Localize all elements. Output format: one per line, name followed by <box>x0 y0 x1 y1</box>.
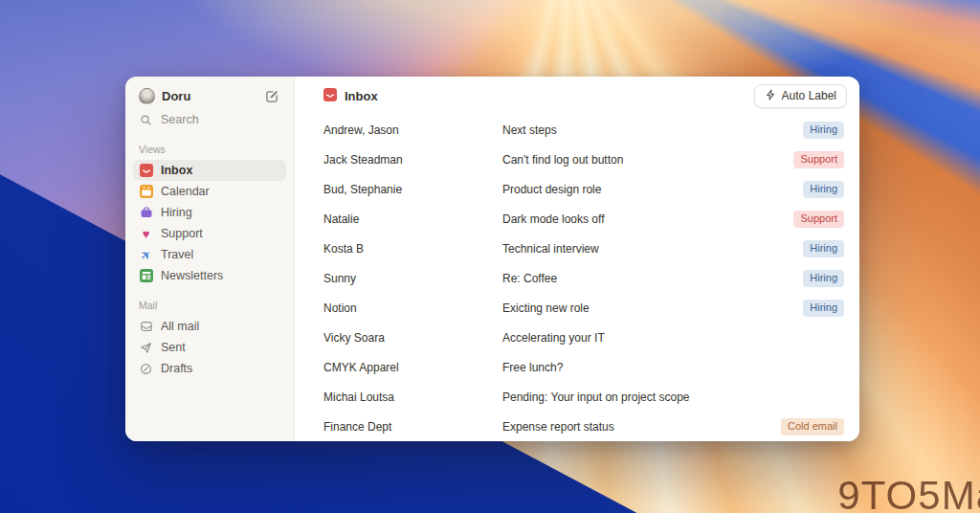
auto-label-button[interactable]: Auto Label <box>754 84 847 108</box>
avatar <box>139 88 155 104</box>
email-row[interactable]: Notion Exicting new role Hiring <box>323 293 844 323</box>
sidebar-item-label: Travel <box>161 248 193 261</box>
email-subject: Exicting new role <box>502 301 803 315</box>
search-input[interactable]: Search <box>133 109 286 130</box>
email-row[interactable]: CMYK Apparel Free lunch? <box>323 352 844 382</box>
email-label-badge: Hiring <box>803 240 844 257</box>
section-label-views: Views <box>139 144 280 155</box>
email-subject: Accelerating your IT <box>502 331 844 345</box>
sidebar-item-label: Drafts <box>161 362 192 375</box>
email-label-badge: Support <box>793 151 844 168</box>
drafts-icon <box>139 363 153 375</box>
sidebar-item-sent[interactable]: Sent <box>133 337 286 358</box>
sidebar: Doru Search Views <box>125 77 295 441</box>
email-subject: Technical interview <box>502 242 803 256</box>
heart-icon: ♥ <box>139 228 153 240</box>
page-title: Inbox <box>345 89 378 103</box>
sidebar-item-label: Calendar <box>161 185 210 198</box>
sidebar-item-label: Support <box>161 227 203 240</box>
email-row[interactable]: Jack Steadman Can't find log out button … <box>323 145 844 174</box>
inbox-panel: Inbox Auto Label Andrew, Jason Next step… <box>295 77 859 441</box>
email-sender: Andrew, Jason <box>323 123 502 137</box>
sidebar-item-hiring[interactable]: Hiring <box>133 202 286 223</box>
email-row[interactable]: Finance Dept Expense report status Cold … <box>323 412 844 441</box>
section-label-mail: Mail <box>139 300 280 311</box>
email-sender: Bud, Stephanie <box>323 183 502 196</box>
search-label: Search <box>161 113 199 126</box>
email-sender: Jack Steadman <box>323 153 502 167</box>
airplane-icon: ✈ <box>139 249 153 261</box>
email-subject: Expense report status <box>502 420 781 434</box>
sidebar-item-label: Hiring <box>161 206 192 219</box>
email-sender: Natalie <box>323 212 502 226</box>
email-subject: Can't find log out button <box>502 153 793 167</box>
sidebar-item-all-mail[interactable]: All mail <box>133 316 286 337</box>
email-subject: Dark mode looks off <box>502 212 793 226</box>
sidebar-item-inbox[interactable]: Inbox <box>133 160 286 181</box>
email-row[interactable]: Andrew, Jason Next steps Hiring <box>323 115 844 145</box>
sidebar-item-support[interactable]: ♥ Support <box>133 223 286 244</box>
workspace-switcher[interactable]: Doru <box>133 84 286 107</box>
auto-label-button-label: Auto Label <box>782 89 836 102</box>
email-subject: Re: Coffee <box>502 272 803 285</box>
sidebar-item-label: Newsletters <box>161 269 223 282</box>
email-sender: Kosta B <box>323 242 502 256</box>
sidebar-item-newsletters[interactable]: Newsletters <box>133 265 286 286</box>
compose-icon[interactable] <box>263 87 280 104</box>
email-sender: CMYK Apparel <box>323 361 502 374</box>
email-row[interactable]: Kosta B Technical interview Hiring <box>323 234 844 263</box>
email-row[interactable]: Michai Loutsa Pending: Your input on pro… <box>323 382 844 412</box>
sidebar-item-travel[interactable]: ✈ Travel <box>133 244 286 265</box>
send-icon <box>139 342 153 354</box>
email-row[interactable]: Bud, Stephanie Product design role Hirin… <box>323 174 844 204</box>
email-sender: Vicky Soara <box>323 331 502 345</box>
email-label-badge: Hiring <box>803 300 844 317</box>
auto-label-icon <box>765 89 776 103</box>
calendar-icon <box>139 185 153 198</box>
email-row[interactable]: Sunny Re: Coffee Hiring <box>323 263 844 293</box>
page-title-wrap: Inbox <box>323 88 378 104</box>
email-label-badge: Support <box>793 211 844 228</box>
user-name: Doru <box>162 89 256 103</box>
sidebar-item-label: Sent <box>161 341 186 354</box>
watermark: 9TO5Mac <box>837 473 980 513</box>
email-row[interactable]: Natalie Dark mode looks off Support <box>323 204 844 234</box>
email-label-badge: Hiring <box>803 122 844 139</box>
email-sender: Finance Dept <box>323 420 502 434</box>
email-sender: Sunny <box>323 272 502 285</box>
sidebar-item-label: Inbox <box>161 164 192 177</box>
sidebar-item-calendar[interactable]: Calendar <box>133 181 286 202</box>
all-mail-icon <box>139 320 153 333</box>
email-subject: Pending: Your input on project scope <box>502 390 844 404</box>
email-label-badge: Cold email <box>781 418 844 435</box>
briefcase-icon <box>139 206 153 219</box>
email-subject: Next steps <box>502 123 803 137</box>
email-sender: Notion <box>323 301 502 315</box>
inbox-header: Inbox Auto Label <box>295 77 859 115</box>
email-subject: Free lunch? <box>502 361 844 374</box>
newsletter-icon <box>139 269 153 282</box>
email-label-badge: Hiring <box>803 270 844 287</box>
email-list: Andrew, Jason Next steps Hiring Jack Ste… <box>295 115 859 441</box>
mail-app-window: Doru Search Views <box>125 77 859 441</box>
email-sender: Michai Loutsa <box>323 390 502 404</box>
inbox-icon <box>139 164 153 177</box>
search-icon <box>139 114 153 126</box>
email-subject: Product design role <box>502 183 803 196</box>
email-row[interactable]: Vicky Soara Accelerating your IT <box>323 323 844 352</box>
email-label-badge: Hiring <box>803 181 844 198</box>
sidebar-item-label: All mail <box>161 320 199 333</box>
sidebar-item-drafts[interactable]: Drafts <box>133 358 286 379</box>
inbox-icon <box>323 88 337 104</box>
